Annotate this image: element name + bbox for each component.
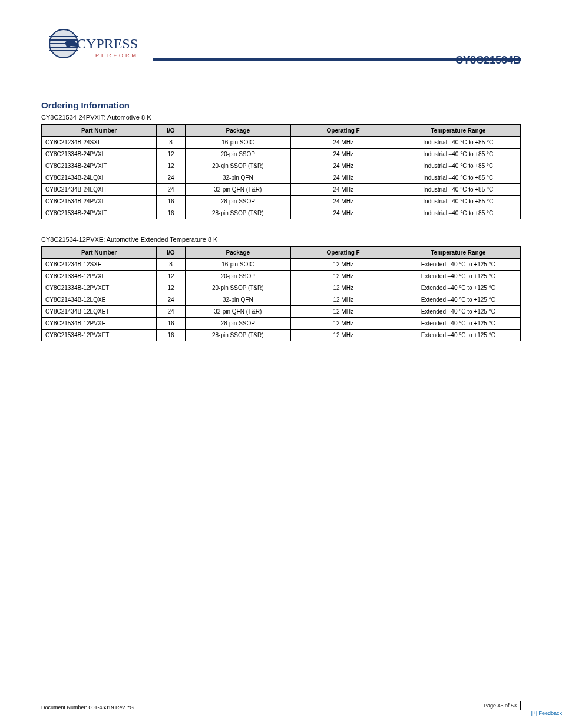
table-cell: Extended –40 °C to +125 °C [396,259,520,271]
table-row: CY8C21434B-24LQXI2432-pin QFN24 MHzIndus… [42,172,521,184]
table-cell: 24 MHz [290,184,396,196]
table-row: CY8C21434B-24LQXIT2432-pin QFN (T&R)24 M… [42,184,521,196]
logo-main-text: CYPRESS [77,36,138,51]
table-cell: 12 MHz [290,259,396,271]
feedback-link[interactable]: [+] Feedback [531,710,562,716]
table-cell: CY8C21434B-12LQXE [42,294,157,306]
table-cell: CY8C21334B-12PVXET [42,282,157,294]
table-row: CY8C21534B-24PVXI1628-pin SSOP24 MHzIndu… [42,196,521,207]
table-cell: CY8C21534B-12PVXE [42,318,157,330]
table-cell: Industrial –40 °C to +85 °C [396,160,520,172]
table-cell: 12 MHz [290,282,396,294]
table-cell: 32-pin QFN (T&R) [185,184,290,196]
table-cell: 24 MHz [290,172,396,184]
table-cell: 24 MHz [290,207,396,219]
table-cell: Extended –40 °C to +125 °C [396,271,520,282]
table-cell: CY8C21434B-12LQXET [42,306,157,318]
table-cell: Extended –40 °C to +125 °C [396,330,520,341]
table-cell: CY8C21334B-24PVXI [42,149,157,160]
table-row: CY8C21334B-24PVXIT1220-qin SSOP (T&R)24 … [42,160,521,172]
table-row: CY8C21534B-12PVXE1628-pin SSOP12 MHzExte… [42,318,521,330]
table-cell: CY8C21434B-24LQXI [42,172,157,184]
column-header: Part Number [42,247,157,259]
table-caption: CY8C21534-24PVXIT: Automotive 8 K [41,114,521,121]
column-header: Temperature Range [396,247,520,259]
table-row: CY8C21434B-12LQXE2432-pin QFN12 MHzExten… [42,294,521,306]
table-cell: 24 [157,172,186,184]
section-title: Ordering Information [41,100,521,110]
table-cell: 8 [157,137,186,149]
table-cell: Extended –40 °C to +125 °C [396,318,520,330]
column-header: I/O [157,247,186,259]
ordering-table: Part NumberI/OPackageOperating FTemperat… [41,246,521,341]
table-cell: CY8C21234B-12SXE [42,259,157,271]
table-cell: CY8C21534B-12PVXET [42,330,157,341]
table-cell: 12 MHz [290,306,396,318]
table-row: CY8C21334B-12PVXET1220-pin SSOP (T&R)12 … [42,282,521,294]
column-header: Package [185,125,290,137]
table-row: CY8C21334B-24PVXI1220-pin SSOP24 MHzIndu… [42,149,521,160]
doc-number: Document Number: 001-46319 Rev. *G [41,704,134,710]
page-footer: Document Number: 001-46319 Rev. *G Page … [41,701,521,710]
table-row: CY8C21334B-12PVXE1220-pin SSOP12 MHzExte… [42,271,521,282]
table-row: CY8C21434B-12LQXET2432-pin QFN (T&R)12 M… [42,306,521,318]
table-caption: CY8C21534-12PVXE: Automotive Extended Te… [41,236,521,243]
table-cell: Extended –40 °C to +125 °C [396,294,520,306]
table-cell: CY8C21534B-24PVXI [42,196,157,207]
table-cell: 24 MHz [290,160,396,172]
table-row: CY8C21234B-12SXE816-pin SOIC12 MHzExtend… [42,259,521,271]
ordering-table: Part NumberI/OPackageOperating FTemperat… [41,124,521,219]
table-cell: 20-pin SSOP (T&R) [185,282,290,294]
table-cell: Industrial –40 °C to +85 °C [396,137,520,149]
table-row: CY8C21534B-24PVXIT1628-pin SSOP (T&R)24 … [42,207,521,219]
table-cell: 24 MHz [290,137,396,149]
logo-sub-text: PERFORM [95,52,138,58]
table-cell: CY8C21334B-24PVXIT [42,160,157,172]
table-cell: 16-pin SOIC [185,137,290,149]
table-cell: 12 MHz [290,271,396,282]
table-cell: 32-pin QFN [185,172,290,184]
table-cell: 8 [157,259,186,271]
table-cell: 24 [157,294,186,306]
table-cell: Industrial –40 °C to +85 °C [396,207,520,219]
table-cell: 28-pin SSOP [185,196,290,207]
table-cell: 12 MHz [290,294,396,306]
column-header: Temperature Range [396,125,520,137]
table-cell: 32-pin QFN [185,294,290,306]
table-cell: 20-qin SSOP (T&R) [185,160,290,172]
column-header: Operating F [290,125,396,137]
table-cell: 24 MHz [290,196,396,207]
cypress-logo: CYPRESS PERFORM [47,25,150,66]
table-cell: 12 [157,149,186,160]
table-cell: 28-pin SSOP (T&R) [185,207,290,219]
table-cell: 28-pin SSOP (T&R) [185,330,290,341]
table-cell: CY8C21234B-24SXI [42,137,157,149]
table-cell: 24 [157,306,186,318]
table-cell: Industrial –40 °C to +85 °C [396,184,520,196]
table-cell: Industrial –40 °C to +85 °C [396,196,520,207]
column-header: Package [185,247,290,259]
column-header: Part Number [42,125,157,137]
table-cell: Extended –40 °C to +125 °C [396,306,520,318]
table-cell: 12 MHz [290,330,396,341]
table-cell: 16-pin SOIC [185,259,290,271]
table-cell: Extended –40 °C to +125 °C [396,282,520,294]
table-cell: 16 [157,196,186,207]
table-cell: 12 MHz [290,318,396,330]
table-row: CY8C21234B-24SXI816-pin SOIC24 MHzIndust… [42,137,521,149]
table-cell: 28-pin SSOP [185,318,290,330]
table-cell: 32-pin QFN (T&R) [185,306,290,318]
column-header: Operating F [290,247,396,259]
table-cell: 12 [157,282,186,294]
table-cell: 12 [157,271,186,282]
table-cell: 24 MHz [290,149,396,160]
table-cell: 16 [157,207,186,219]
table-cell: 16 [157,318,186,330]
table-cell: CY8C21534B-24PVXIT [42,207,157,219]
table-cell: Industrial –40 °C to +85 °C [396,172,520,184]
table-row: CY8C21534B-12PVXET1628-pin SSOP (T&R)12 … [42,330,521,341]
table-cell: 20-pin SSOP [185,271,290,282]
table-cell: Industrial –40 °C to +85 °C [396,149,520,160]
table-cell: CY8C21334B-12PVXE [42,271,157,282]
part-number: CY8C21534B [455,54,521,67]
